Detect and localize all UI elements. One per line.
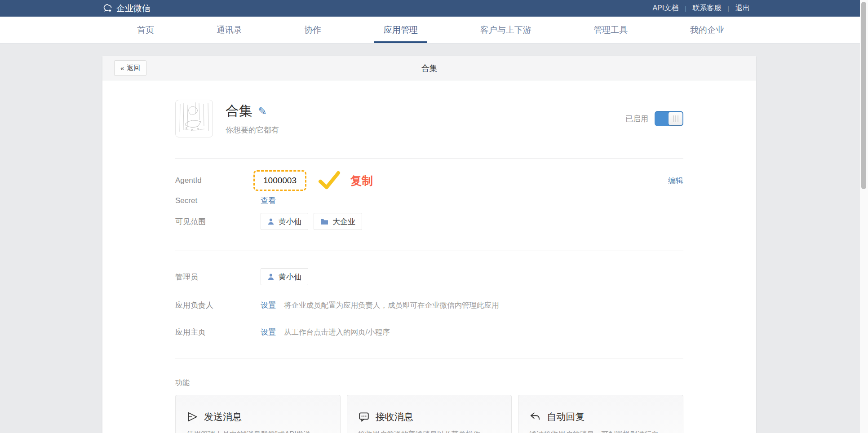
person-icon [267, 218, 275, 225]
enable-toggle[interactable] [655, 111, 683, 126]
app-icon-sketch [176, 100, 213, 137]
feature-card-description: 接收用户发送的普通消息以及菜单操作、 [358, 430, 501, 433]
visible-range-row: 可见范围 黄小仙 大企业 [175, 213, 683, 230]
set-home-link[interactable]: 设置 [261, 327, 276, 337]
admin-label: 管理员 [175, 272, 261, 282]
scrollbar-thumb[interactable] [861, 2, 866, 189]
brand-logo-icon [102, 3, 113, 13]
topbar-link-api-docs[interactable]: API文档 [646, 4, 685, 13]
set-owner-link[interactable]: 设置 [261, 300, 276, 310]
feature-card-title: 发送消息 [204, 411, 242, 423]
checkmark-icon [318, 171, 341, 190]
brand-name: 企业微信 [116, 3, 151, 14]
page-title: 合集 [102, 63, 756, 74]
department-chip-label: 大企业 [332, 216, 355, 227]
send-icon [186, 411, 198, 423]
feature-card-receive-message[interactable]: 接收消息 接收用户发送的普通消息以及菜单操作、 [347, 395, 512, 433]
feature-card-auto-reply[interactable]: 自动回复 通过接收用户的消息，可配置规则进行自 [518, 395, 683, 433]
back-button[interactable]: « 返回 [114, 60, 146, 76]
copy-annotation: 复制 [350, 173, 373, 188]
status-label: 已启用 [625, 114, 648, 124]
view-secret-link[interactable]: 查看 [261, 195, 276, 206]
agentid-value-annotation-box: 1000003 [253, 170, 306, 191]
tab-app-management[interactable]: 应用管理 [384, 17, 418, 43]
app-detail-card: « 返回 合集 [102, 56, 756, 433]
back-chevron-icon: « [120, 64, 124, 72]
agentid-row: AgentId 1000003 复制 编辑 [175, 170, 683, 191]
topbar: 企业微信 API文档 | 联系客服 | 退出 [0, 0, 868, 17]
folder-icon [320, 218, 328, 225]
tab-admin-tools[interactable]: 管理工具 [593, 17, 628, 43]
page-background: « 返回 合集 [0, 44, 868, 433]
edit-link[interactable]: 编辑 [668, 176, 683, 186]
person-icon [267, 273, 275, 280]
toggle-knob [669, 112, 682, 125]
app-owner-description: 将企业成员配置为应用负责人，成员即可在企业微信内管理此应用 [284, 300, 499, 310]
app-owner-label: 应用负责人 [175, 300, 261, 310]
agentid-label: AgentId [175, 176, 261, 185]
tab-customers[interactable]: 客户与上下游 [480, 17, 531, 43]
feature-card-title: 接收消息 [376, 411, 413, 423]
app-home-label: 应用主页 [175, 327, 261, 337]
app-description: 你想要的它都有 [226, 125, 279, 135]
topbar-link-support[interactable]: 联系客服 [686, 4, 728, 13]
card-header: « 返回 合集 [102, 56, 756, 80]
department-chip[interactable]: 大企业 [314, 213, 362, 230]
admin-member-label: 黄小仙 [279, 272, 301, 282]
agentid-value: 1000003 [263, 176, 297, 185]
member-chip-label: 黄小仙 [279, 216, 301, 227]
secret-label: Secret [175, 196, 261, 205]
visible-range-label: 可见范围 [175, 216, 261, 227]
divider [175, 251, 683, 251]
app-home-row: 应用主页 设置 从工作台点击进入的网页/小程序 [175, 327, 683, 337]
secret-row: Secret 查看 [175, 195, 683, 206]
message-bubble-icon [358, 411, 370, 423]
nav-tabs: 首页 通讯录 协作 应用管理 客户与上下游 管理工具 我的企业 [0, 17, 868, 44]
reply-arrow-icon [529, 411, 541, 423]
app-owner-row: 应用负责人 设置 将企业成员配置为应用负责人，成员即可在企业微信内管理此应用 [175, 300, 683, 310]
tab-contacts[interactable]: 通讯录 [217, 17, 242, 43]
tab-my-company[interactable]: 我的企业 [690, 17, 724, 43]
app-name: 合集 [226, 102, 252, 120]
divider [175, 158, 683, 159]
vertical-scrollbar[interactable] [860, 0, 868, 433]
app-icon-image [175, 100, 213, 137]
feature-card-send-message[interactable]: 发送消息 使用管理工具中的“消息群发”或API发送 [175, 395, 341, 433]
feature-card-title: 自动回复 [547, 411, 585, 423]
admin-row: 管理员 黄小仙 [175, 268, 683, 285]
back-button-label: 返回 [127, 64, 140, 72]
features-section-label: 功能 [175, 378, 683, 388]
brand: 企业微信 [102, 3, 151, 14]
feature-card-description: 通过接收用户的消息，可配置规则进行自 [529, 430, 672, 433]
topbar-link-logout[interactable]: 退出 [729, 4, 756, 13]
member-chip[interactable]: 黄小仙 [261, 213, 308, 230]
app-header-row: 合集 ✎ 你想要的它都有 已启用 [175, 80, 683, 137]
tab-collaboration[interactable]: 协作 [304, 17, 321, 43]
feature-card-description: 使用管理工具中的“消息群发”或API发送 [186, 430, 329, 433]
edit-app-name-icon[interactable]: ✎ [258, 106, 267, 117]
app-home-description: 从工作台点击进入的网页/小程序 [284, 327, 390, 337]
admin-member-chip[interactable]: 黄小仙 [261, 268, 308, 285]
tab-home[interactable]: 首页 [137, 17, 154, 43]
divider [175, 358, 683, 358]
